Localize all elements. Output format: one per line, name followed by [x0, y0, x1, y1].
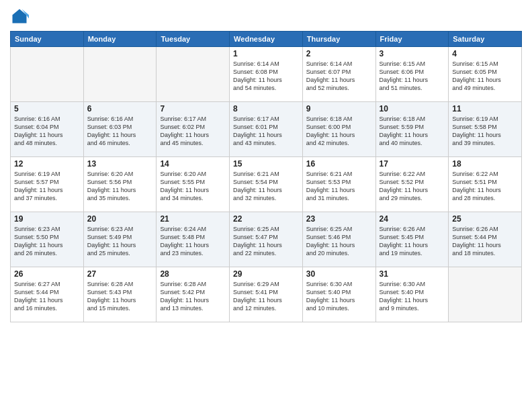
- day-info: Sunrise: 6:21 AMSunset: 5:54 PMDaylight:…: [233, 170, 299, 203]
- logo: [10, 7, 32, 26]
- day-info: Sunrise: 6:26 AMSunset: 5:45 PMDaylight:…: [380, 225, 445, 258]
- calendar-cell: 19Sunrise: 6:23 AMSunset: 5:50 PMDayligh…: [11, 212, 84, 267]
- day-info: Sunrise: 6:30 AMSunset: 5:40 PMDaylight:…: [380, 280, 445, 313]
- logo-icon: [10, 7, 29, 26]
- day-info: Sunrise: 6:23 AMSunset: 5:49 PMDaylight:…: [87, 225, 153, 258]
- calendar-cell: [157, 47, 230, 102]
- calendar-cell: 30Sunrise: 6:30 AMSunset: 5:40 PMDayligh…: [302, 267, 375, 322]
- calendar-cell: 24Sunrise: 6:26 AMSunset: 5:45 PMDayligh…: [375, 212, 449, 267]
- weekday-tuesday: Tuesday: [157, 32, 230, 47]
- day-number: 18: [452, 159, 518, 169]
- weekday-thursday: Thursday: [302, 32, 375, 47]
- day-info: Sunrise: 6:20 AMSunset: 5:56 PMDaylight:…: [87, 170, 153, 203]
- day-number: 13: [87, 159, 153, 169]
- calendar-cell: 23Sunrise: 6:25 AMSunset: 5:46 PMDayligh…: [302, 212, 375, 267]
- day-info: Sunrise: 6:28 AMSunset: 5:42 PMDaylight:…: [160, 280, 226, 313]
- day-info: Sunrise: 6:19 AMSunset: 5:58 PMDaylight:…: [452, 115, 518, 148]
- calendar-cell: 22Sunrise: 6:25 AMSunset: 5:47 PMDayligh…: [230, 212, 303, 267]
- day-number: 30: [306, 269, 372, 279]
- calendar-cell: 14Sunrise: 6:20 AMSunset: 5:55 PMDayligh…: [157, 157, 230, 212]
- calendar-cell: 20Sunrise: 6:23 AMSunset: 5:49 PMDayligh…: [83, 212, 157, 267]
- day-number: 8: [233, 104, 299, 113]
- calendar-cell: 13Sunrise: 6:20 AMSunset: 5:56 PMDayligh…: [83, 157, 157, 212]
- weekday-saturday: Saturday: [449, 32, 522, 47]
- day-number: 17: [380, 159, 445, 169]
- day-number: 21: [160, 214, 226, 224]
- calendar-cell: 29Sunrise: 6:29 AMSunset: 5:41 PMDayligh…: [230, 267, 303, 322]
- weekday-monday: Monday: [83, 32, 157, 47]
- calendar-cell: 26Sunrise: 6:27 AMSunset: 5:44 PMDayligh…: [11, 267, 84, 322]
- day-number: 11: [452, 104, 518, 113]
- weekday-friday: Friday: [375, 32, 449, 47]
- calendar-cell: [83, 47, 157, 102]
- day-number: 5: [14, 104, 80, 113]
- day-number: 14: [160, 159, 226, 169]
- day-info: Sunrise: 6:15 AMSunset: 6:06 PMDaylight:…: [380, 60, 445, 93]
- week-row-1: 1Sunrise: 6:14 AMSunset: 6:08 PMDaylight…: [11, 47, 522, 102]
- day-number: 19: [14, 214, 80, 224]
- day-info: Sunrise: 6:26 AMSunset: 5:44 PMDaylight:…: [452, 225, 518, 258]
- calendar-cell: 17Sunrise: 6:22 AMSunset: 5:52 PMDayligh…: [375, 157, 449, 212]
- calendar: SundayMondayTuesdayWednesdayThursdayFrid…: [10, 31, 522, 322]
- svg-marker-0: [13, 9, 27, 24]
- day-info: Sunrise: 6:22 AMSunset: 5:52 PMDaylight:…: [380, 170, 445, 203]
- day-info: Sunrise: 6:22 AMSunset: 5:51 PMDaylight:…: [452, 170, 518, 203]
- day-number: 24: [380, 214, 445, 224]
- day-info: Sunrise: 6:30 AMSunset: 5:40 PMDaylight:…: [306, 280, 372, 313]
- day-number: 22: [233, 214, 299, 224]
- weekday-header-row: SundayMondayTuesdayWednesdayThursdayFrid…: [11, 32, 522, 47]
- weekday-wednesday: Wednesday: [230, 32, 303, 47]
- day-number: 25: [452, 214, 518, 224]
- calendar-cell: 25Sunrise: 6:26 AMSunset: 5:44 PMDayligh…: [449, 212, 522, 267]
- calendar-cell: 1Sunrise: 6:14 AMSunset: 6:08 PMDaylight…: [230, 47, 303, 102]
- day-info: Sunrise: 6:21 AMSunset: 5:53 PMDaylight:…: [306, 170, 372, 203]
- day-info: Sunrise: 6:17 AMSunset: 6:02 PMDaylight:…: [160, 115, 226, 148]
- day-number: 9: [306, 104, 372, 113]
- day-info: Sunrise: 6:15 AMSunset: 6:05 PMDaylight:…: [452, 60, 518, 93]
- calendar-cell: 31Sunrise: 6:30 AMSunset: 5:40 PMDayligh…: [375, 267, 449, 322]
- calendar-cell: 12Sunrise: 6:19 AMSunset: 5:57 PMDayligh…: [11, 157, 84, 212]
- calendar-cell: 21Sunrise: 6:24 AMSunset: 5:48 PMDayligh…: [157, 212, 230, 267]
- calendar-cell: [449, 267, 522, 322]
- day-info: Sunrise: 6:24 AMSunset: 5:48 PMDaylight:…: [160, 225, 226, 258]
- day-number: 15: [233, 159, 299, 169]
- day-number: 29: [233, 269, 299, 279]
- week-row-4: 19Sunrise: 6:23 AMSunset: 5:50 PMDayligh…: [11, 212, 522, 267]
- day-info: Sunrise: 6:16 AMSunset: 6:03 PMDaylight:…: [87, 115, 153, 148]
- day-number: 6: [87, 104, 153, 113]
- day-number: 7: [160, 104, 226, 113]
- day-number: 23: [306, 214, 372, 224]
- calendar-cell: 8Sunrise: 6:17 AMSunset: 6:01 PMDaylight…: [230, 102, 303, 157]
- day-number: 16: [306, 159, 372, 169]
- day-info: Sunrise: 6:28 AMSunset: 5:43 PMDaylight:…: [87, 280, 153, 313]
- day-info: Sunrise: 6:23 AMSunset: 5:50 PMDaylight:…: [14, 225, 80, 258]
- day-number: 12: [14, 159, 80, 169]
- day-info: Sunrise: 6:25 AMSunset: 5:46 PMDaylight:…: [306, 225, 372, 258]
- calendar-cell: 9Sunrise: 6:18 AMSunset: 6:00 PMDaylight…: [302, 102, 375, 157]
- week-row-5: 26Sunrise: 6:27 AMSunset: 5:44 PMDayligh…: [11, 267, 522, 322]
- calendar-cell: 10Sunrise: 6:18 AMSunset: 5:59 PMDayligh…: [375, 102, 449, 157]
- calendar-cell: [11, 47, 84, 102]
- day-number: 3: [380, 49, 445, 58]
- calendar-cell: 2Sunrise: 6:14 AMSunset: 6:07 PMDaylight…: [302, 47, 375, 102]
- day-number: 28: [160, 269, 226, 279]
- day-number: 2: [306, 49, 372, 58]
- weekday-sunday: Sunday: [11, 32, 84, 47]
- calendar-cell: 4Sunrise: 6:15 AMSunset: 6:05 PMDaylight…: [449, 47, 522, 102]
- calendar-cell: 27Sunrise: 6:28 AMSunset: 5:43 PMDayligh…: [83, 267, 157, 322]
- day-info: Sunrise: 6:18 AMSunset: 6:00 PMDaylight:…: [306, 115, 372, 148]
- calendar-cell: 3Sunrise: 6:15 AMSunset: 6:06 PMDaylight…: [375, 47, 449, 102]
- day-number: 1: [233, 49, 299, 58]
- day-number: 27: [87, 269, 153, 279]
- day-info: Sunrise: 6:20 AMSunset: 5:55 PMDaylight:…: [160, 170, 226, 203]
- header: [10, 7, 522, 26]
- calendar-cell: 5Sunrise: 6:16 AMSunset: 6:04 PMDaylight…: [11, 102, 84, 157]
- day-info: Sunrise: 6:17 AMSunset: 6:01 PMDaylight:…: [233, 115, 299, 148]
- calendar-cell: 7Sunrise: 6:17 AMSunset: 6:02 PMDaylight…: [157, 102, 230, 157]
- day-info: Sunrise: 6:19 AMSunset: 5:57 PMDaylight:…: [14, 170, 80, 203]
- day-info: Sunrise: 6:27 AMSunset: 5:44 PMDaylight:…: [14, 280, 80, 313]
- calendar-cell: 15Sunrise: 6:21 AMSunset: 5:54 PMDayligh…: [230, 157, 303, 212]
- day-info: Sunrise: 6:18 AMSunset: 5:59 PMDaylight:…: [380, 115, 445, 148]
- calendar-cell: 6Sunrise: 6:16 AMSunset: 6:03 PMDaylight…: [83, 102, 157, 157]
- calendar-cell: 16Sunrise: 6:21 AMSunset: 5:53 PMDayligh…: [302, 157, 375, 212]
